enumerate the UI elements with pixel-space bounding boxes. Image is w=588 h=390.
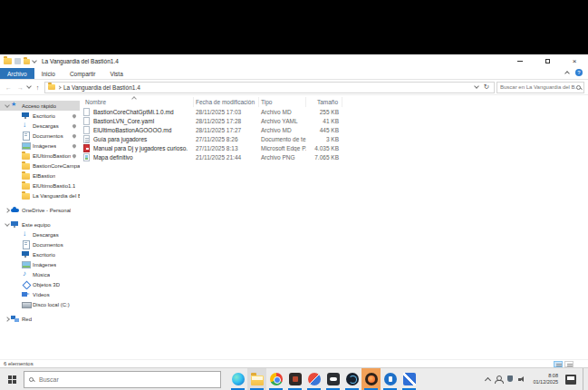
file-name: Mapa definitivo — [93, 154, 133, 161]
sidebar-item[interactable]: Documentos — [0, 131, 80, 141]
tray-shield-icon[interactable] — [506, 375, 514, 384]
sidebar-item[interactable]: ElBastion — [0, 171, 80, 180]
ribbon-collapse-icon[interactable] — [564, 71, 570, 76]
column-header[interactable]: Nombre — [83, 97, 194, 107]
sidebar-item[interactable]: Objetos 3D — [0, 279, 80, 289]
column-header[interactable]: Tipo — [259, 97, 306, 107]
column-headers: Nombre Fecha de modificación Tipo Tamaño — [80, 97, 588, 107]
sidebar-item[interactable]: Red — [0, 314, 80, 324]
file-date: 27/11/2025 8:26 — [194, 136, 259, 142]
address-dropdown-icon[interactable] — [474, 83, 479, 89]
taskbar-app-icon — [308, 373, 321, 385]
sidebar-item-icon — [22, 300, 30, 308]
sidebar-item[interactable]: Acceso rápido — [0, 101, 80, 111]
action-center-icon[interactable] — [565, 375, 576, 385]
expander-chevron-icon[interactable] — [4, 223, 11, 226]
table-row[interactable]: BastionCoreChatGptMi.1.0.md 28/11/2025 1… — [80, 107, 588, 116]
taskbar-app-button[interactable] — [342, 368, 361, 390]
help-icon[interactable]: ? — [575, 69, 583, 76]
taskbar-app-button[interactable] — [247, 368, 266, 390]
explorer-search-box[interactable] — [496, 82, 584, 93]
address-box[interactable]: La Vanguardia del Bastión1.4 ↻ — [44, 82, 495, 93]
maximize-button[interactable] — [534, 54, 561, 68]
back-button[interactable]: ← — [4, 82, 14, 93]
sidebar-item-icon — [22, 270, 30, 278]
sidebar-item[interactable]: ElUltimoBastion — [0, 151, 80, 161]
sidebar-item-icon — [22, 153, 30, 160]
table-row[interactable]: ElUltimoBastionAGOOOO.md 28/11/2025 17:2… — [80, 125, 588, 134]
tray-volume-icon[interactable] — [518, 375, 525, 384]
sidebar-item[interactable]: Este equipo — [0, 219, 80, 229]
minimize-button[interactable] — [506, 54, 534, 68]
file-date: 28/11/2025 17:28 — [194, 118, 259, 124]
sidebar-item[interactable]: Imágenes — [0, 141, 80, 151]
qat-new-folder-icon[interactable] — [24, 59, 30, 64]
column-header[interactable]: Fecha de modificación — [194, 97, 259, 107]
taskbar-search-input[interactable] — [37, 375, 216, 384]
taskbar-search-box[interactable] — [24, 371, 221, 388]
expander-chevron-icon[interactable] — [4, 104, 11, 107]
table-row[interactable]: BastionLVN_Core.yaml 28/11/2025 17:28 Ar… — [80, 116, 588, 125]
expander-chevron-icon[interactable] — [4, 317, 11, 321]
tray-chevron-up-icon[interactable] — [485, 377, 491, 384]
sidebar-item[interactable]: Documentos — [0, 239, 80, 249]
taskbar-app-button[interactable] — [361, 368, 381, 390]
sidebar-item-label: Vídeos — [33, 292, 50, 297]
sidebar-item[interactable]: La Vanguardia del B — [0, 190, 80, 200]
file-type-icon — [83, 135, 90, 143]
sidebar-item[interactable]: ElUltimoBastio1.1 — [0, 180, 80, 190]
taskbar-app-button[interactable] — [304, 368, 323, 390]
sidebar-item-icon — [22, 141, 30, 150]
sidebar-item[interactable]: OneDrive - Personal — [0, 205, 80, 215]
qat-customize-chevron-icon[interactable] — [32, 58, 37, 63]
file-list: Nombre Fecha de modificación Tipo Tamaño — [80, 95, 588, 359]
sidebar-item[interactable]: Imágenes — [0, 259, 80, 269]
pin-icon — [72, 133, 77, 139]
ribbon-tab[interactable]: Archivo — [0, 68, 34, 79]
sidebar-item[interactable]: Escritorio — [0, 249, 80, 259]
details-view-button[interactable] — [554, 361, 563, 367]
tray-people-icon[interactable] — [495, 375, 502, 384]
up-button[interactable]: ↑ — [33, 82, 43, 93]
qat-properties-icon[interactable] — [14, 58, 21, 64]
table-row[interactable]: Manual para Dj y jugadores curioso. 27/1… — [80, 143, 588, 152]
close-button[interactable]: × — [561, 54, 588, 68]
ribbon-tab[interactable]: Vista — [102, 68, 130, 79]
ribbon-tab[interactable]: Compartir — [63, 68, 103, 79]
file-size: 445 KB — [306, 127, 342, 133]
title-bar[interactable]: La Vanguardia del Bastión1.4 × — [0, 54, 588, 68]
show-desktop-button[interactable] — [583, 368, 586, 390]
table-row[interactable]: Mapa definitivo 21/11/2025 21:44 Archivo… — [80, 152, 588, 161]
column-header[interactable]: Tamaño — [306, 97, 342, 107]
sidebar-item[interactable]: Escritorio — [0, 111, 80, 121]
sidebar-item[interactable]: Descargas — [0, 229, 80, 239]
recent-locations-chevron-icon[interactable] — [26, 83, 32, 89]
sidebar-item[interactable]: Vídeos — [0, 289, 80, 299]
sidebar-item-label: Descargas — [33, 232, 59, 238]
refresh-icon[interactable]: ↻ — [484, 83, 489, 91]
taskbar-app-icon — [365, 373, 378, 385]
forward-button[interactable]: → — [15, 82, 25, 93]
sidebar-item[interactable]: Música — [0, 269, 80, 279]
taskbar-clock[interactable]: 8:08 01/12/2025 — [530, 373, 561, 385]
taskbar-app-button[interactable] — [381, 368, 400, 390]
sidebar-item-label: Objetos 3D — [33, 282, 60, 288]
sidebar-item[interactable]: Disco local (C:) — [0, 299, 80, 309]
explorer-search-input[interactable] — [500, 84, 576, 90]
start-button[interactable] — [0, 368, 24, 390]
status-bar: 6 elementos — [0, 359, 588, 367]
sidebar-item-icon — [22, 290, 30, 298]
taskbar-app-button[interactable] — [285, 368, 304, 390]
breadcrumb[interactable]: La Vanguardia del Bastión1.4 — [63, 84, 140, 91]
taskbar-app-button[interactable] — [228, 368, 247, 390]
expander-chevron-icon[interactable] — [4, 209, 11, 212]
taskbar-app-button[interactable] — [400, 368, 419, 390]
file-explorer-window: La Vanguardia del Bastión1.4 × Archivo I… — [0, 54, 588, 367]
ribbon-tab[interactable]: Inicio — [34, 68, 63, 79]
sidebar-item[interactable]: Descargas — [0, 121, 80, 131]
table-row[interactable]: Guía para jugadores 27/11/2025 8:26 Docu… — [80, 134, 588, 143]
taskbar-app-button[interactable] — [323, 368, 342, 390]
sidebar-item[interactable]: BastionCoreCampa — [0, 161, 80, 171]
taskbar-app-button[interactable] — [266, 368, 285, 390]
thumbnails-view-button[interactable] — [564, 361, 574, 367]
